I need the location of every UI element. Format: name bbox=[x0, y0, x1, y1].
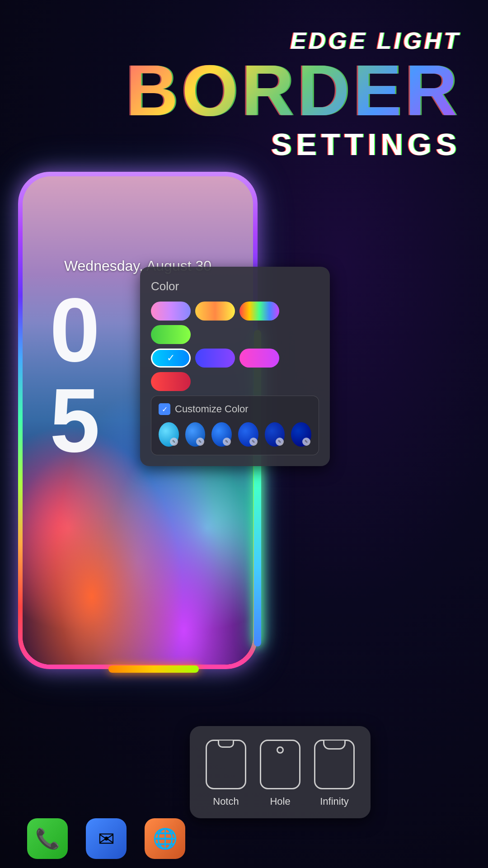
circle-edit-2: ✎ bbox=[196, 438, 204, 446]
custom-circle-6[interactable]: ✎ bbox=[291, 422, 311, 447]
notch-cutout-shape bbox=[218, 741, 234, 748]
circle-edit-3: ✎ bbox=[223, 438, 231, 446]
customize-circles: ✎ ✎ ✎ ✎ ✎ ✎ bbox=[159, 422, 311, 447]
bottom-dock: 📞 ✉ 🌐 bbox=[27, 818, 185, 859]
customize-checkbox[interactable]: ✓ bbox=[159, 403, 170, 415]
infinity-label: Infinity bbox=[320, 796, 349, 807]
custom-circle-4[interactable]: ✎ bbox=[238, 422, 258, 447]
border-title: BORDER bbox=[126, 54, 461, 127]
phone-type-infinity[interactable]: Infinity bbox=[314, 740, 355, 807]
clock-hour: 0 bbox=[50, 279, 100, 380]
color-swatches-row-2: ✓ bbox=[151, 349, 319, 391]
notch-icon bbox=[206, 740, 246, 789]
circle-edit-1: ✎ bbox=[170, 438, 178, 446]
swatch-rainbow-pink[interactable] bbox=[151, 302, 191, 321]
swatch-cyan-selected[interactable]: ✓ bbox=[151, 349, 191, 368]
color-panel-title: Color bbox=[151, 279, 319, 293]
dock-mail[interactable]: ✉ bbox=[86, 818, 127, 859]
infinity-cutout-shape bbox=[323, 741, 346, 750]
selected-checkmark: ✓ bbox=[167, 352, 175, 364]
color-swatches-row-1 bbox=[151, 302, 319, 344]
hole-cutout-shape bbox=[277, 746, 284, 754]
dock-phone[interactable]: 📞 bbox=[27, 818, 68, 859]
swatch-green[interactable] bbox=[151, 325, 191, 344]
circle-edit-6: ✎ bbox=[302, 438, 310, 446]
color-panel: Color ✓ ✓ Customize Color ✎ ✎ ✎ bbox=[140, 267, 330, 466]
custom-circle-1[interactable]: ✎ bbox=[159, 422, 179, 447]
custom-circle-2[interactable]: ✎ bbox=[185, 422, 206, 447]
infinity-icon bbox=[314, 740, 355, 789]
custom-circle-5[interactable]: ✎ bbox=[265, 422, 285, 447]
clock-minute: 5 bbox=[50, 370, 100, 471]
circle-edit-4: ✎ bbox=[249, 438, 258, 446]
phone-type-panel: Notch Hole Infinity bbox=[190, 726, 371, 818]
notch-label: Notch bbox=[213, 796, 239, 807]
settings-title: SETTINGS bbox=[126, 127, 461, 162]
swatch-rainbow-yellow[interactable] bbox=[195, 302, 235, 321]
bottom-glow bbox=[108, 665, 199, 673]
swatch-rainbow-full[interactable] bbox=[239, 302, 279, 321]
header: EDGE LIGHT BORDER SETTINGS bbox=[126, 27, 461, 162]
swatch-red[interactable] bbox=[151, 372, 191, 391]
hole-label: Hole bbox=[270, 796, 290, 807]
phone-clock: 0 5 bbox=[50, 285, 100, 466]
dock-browser[interactable]: 🌐 bbox=[145, 818, 185, 859]
customize-color-box: ✓ Customize Color ✎ ✎ ✎ ✎ ✎ ✎ bbox=[151, 396, 319, 455]
circle-edit-5: ✎ bbox=[276, 438, 284, 446]
swatch-pink[interactable] bbox=[239, 349, 279, 368]
customize-label: Customize Color bbox=[175, 403, 249, 415]
hole-icon bbox=[260, 740, 300, 789]
phone-type-notch[interactable]: Notch bbox=[206, 740, 246, 807]
phone-type-hole[interactable]: Hole bbox=[260, 740, 300, 807]
custom-circle-3[interactable]: ✎ bbox=[211, 422, 232, 447]
swatch-blue[interactable] bbox=[195, 349, 235, 368]
customize-header: ✓ Customize Color bbox=[159, 403, 311, 415]
